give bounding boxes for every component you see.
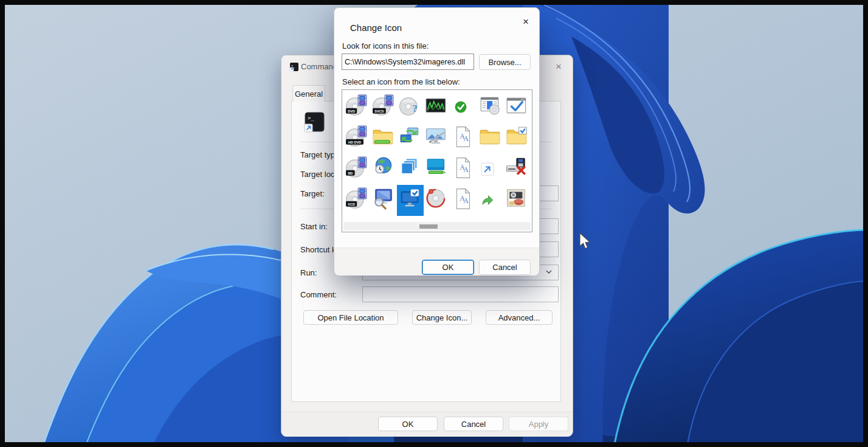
svg-text:SVCD: SVCD (374, 109, 384, 113)
svg-text:A: A (463, 197, 469, 205)
change-icon-window-title: Change Icon (350, 23, 402, 33)
svg-text:A: A (463, 166, 469, 174)
doc-aa-icon: AA (452, 125, 475, 148)
scrollbar-thumb[interactable] (419, 224, 438, 229)
change-icon-dialog-window: Change Icon × Look for icons in this fil… (334, 7, 540, 275)
svg-text:?: ? (412, 103, 417, 114)
properties-cancel-button[interactable]: Cancel (444, 417, 503, 431)
folder-icon (479, 125, 502, 148)
change-icon-footer: OK Cancel (334, 248, 539, 275)
chevron-down-icon (545, 268, 553, 275)
properties-ok-button[interactable]: OK (378, 417, 438, 431)
desktop-screen: >_ Command Prompt Properties × General >… (0, 0, 868, 447)
change-icon-cancel-button[interactable]: Cancel (479, 260, 531, 275)
disc-icon: HD DVD (345, 125, 368, 148)
computer-magnifier-icon (372, 187, 395, 210)
svg-text:DVD: DVD (348, 109, 355, 113)
icon-cell-stack-windows[interactable] (397, 154, 424, 185)
icon-cell-disc-hd-dvd[interactable]: HD DVD (343, 123, 370, 154)
svg-text:>_: >_ (308, 115, 314, 121)
folder-bar-icon (372, 125, 395, 148)
icon-file-path-input[interactable] (342, 54, 474, 69)
svg-text:VCD: VCD (348, 203, 355, 206)
disc-icon: VCD (345, 187, 368, 210)
command-prompt-shortcut-icon: >_ (303, 111, 325, 133)
icon-cell-folder-bar[interactable] (370, 123, 397, 154)
disc-icon: BD (345, 156, 368, 179)
icon-cell-folder-check[interactable] (504, 123, 531, 154)
command-prompt-icon: >_ (289, 62, 299, 72)
change-icon-ok-button[interactable]: OK (422, 260, 474, 275)
advanced-button[interactable]: Advanced... (486, 310, 553, 325)
properties-apply-button[interactable]: Apply (509, 417, 568, 431)
window-disc-icon (479, 94, 502, 117)
label-run: Run: (300, 268, 317, 277)
icon-cell-window-disc[interactable] (477, 92, 504, 123)
icon-cell-perfmon[interactable] (424, 92, 450, 123)
label-comment: Comment: (300, 290, 337, 299)
properties-footer: OK Cancel Apply (281, 412, 573, 437)
icon-cell-disc-question[interactable]: ? (397, 92, 424, 123)
comment-field[interactable] (362, 286, 559, 302)
green-check-icon (453, 99, 469, 115)
stack-windows-icon (399, 156, 422, 179)
drive-x-icon (506, 156, 529, 179)
arrow-shortcut-icon (480, 161, 495, 177)
properties-close-button[interactable]: × (548, 59, 569, 75)
photos-icon (506, 187, 529, 210)
icon-cell-disc-vcd[interactable]: VCD (343, 185, 370, 216)
display-photo-icon (425, 125, 449, 148)
doc-aa-icon: AA (452, 156, 475, 179)
label-target: Target: (300, 189, 325, 198)
icon-cell-disc-dvd[interactable]: DVD (343, 92, 370, 123)
window-check-icon (506, 94, 529, 117)
icon-cell-computer-magnifier[interactable] (370, 185, 397, 216)
icon-cell-disc-bd[interactable]: BD (343, 154, 370, 185)
icon-cell-display-photo[interactable] (424, 123, 450, 154)
icon-cell-sync-monitors[interactable] (397, 123, 424, 154)
open-file-location-button[interactable]: Open File Location (303, 310, 398, 325)
disc-question-icon: ? (399, 94, 422, 117)
icon-cell-doc-aa[interactable]: AA (450, 154, 477, 185)
arrow-share-icon (480, 192, 495, 208)
icon-cell-folder[interactable] (477, 123, 504, 154)
label-look-for-icons: Look for icons in this file: (342, 41, 429, 50)
label-select-icon: Select an icon from the list below: (342, 77, 460, 86)
sync-monitors-icon (399, 125, 422, 148)
disc-burn-icon (425, 187, 449, 210)
icon-cell-disc-burn[interactable] (424, 185, 450, 216)
monitor-pen-icon (425, 156, 449, 179)
svg-text:A: A (463, 135, 469, 143)
icon-cell-green-check[interactable] (450, 92, 477, 123)
icon-cell-photos[interactable] (504, 185, 531, 216)
icon-grid: DVDSVCD?HD DVDAABDAAVCDAA (343, 92, 531, 216)
icon-cell-drive-x[interactable] (504, 154, 531, 185)
globe-clock-icon (372, 156, 395, 179)
perfmon-icon (425, 94, 449, 117)
icon-file-path-field[interactable] (342, 54, 474, 70)
icon-cell-arrow-shortcut[interactable] (477, 154, 504, 185)
tab-general[interactable]: General (292, 85, 325, 102)
icon-list-box: DVDSVCD?HD DVDAABDAAVCDAA (342, 89, 532, 232)
folder-check-icon (506, 125, 529, 148)
icon-cell-arrow-share[interactable] (477, 185, 504, 216)
icon-cell-monitor-pen[interactable] (424, 154, 450, 185)
browse-button[interactable]: Browse... (479, 54, 531, 70)
icon-cell-disc-svcd[interactable]: SVCD (370, 92, 397, 123)
svg-text:HD DVD: HD DVD (348, 140, 361, 144)
icon-cell-doc-aa[interactable]: AA (450, 123, 477, 154)
disc-icon: DVD (345, 94, 368, 117)
horizontal-scrollbar[interactable] (343, 222, 531, 230)
label-start-in: Start in: (300, 222, 328, 231)
change-icon-close-button[interactable]: × (517, 14, 535, 30)
svg-text:BD: BD (348, 172, 353, 175)
mouse-cursor (579, 232, 592, 253)
icon-cell-doc-aa[interactable]: AA (450, 185, 477, 216)
icon-cell-window-check[interactable] (504, 92, 531, 123)
monitor-check-icon (399, 187, 422, 210)
disc-icon: SVCD (372, 94, 395, 117)
change-icon-button[interactable]: Change Icon... (412, 310, 472, 325)
icon-cell-monitor-check[interactable] (397, 185, 424, 216)
icon-cell-globe-clock[interactable] (370, 154, 397, 185)
doc-aa-icon: AA (452, 187, 475, 210)
